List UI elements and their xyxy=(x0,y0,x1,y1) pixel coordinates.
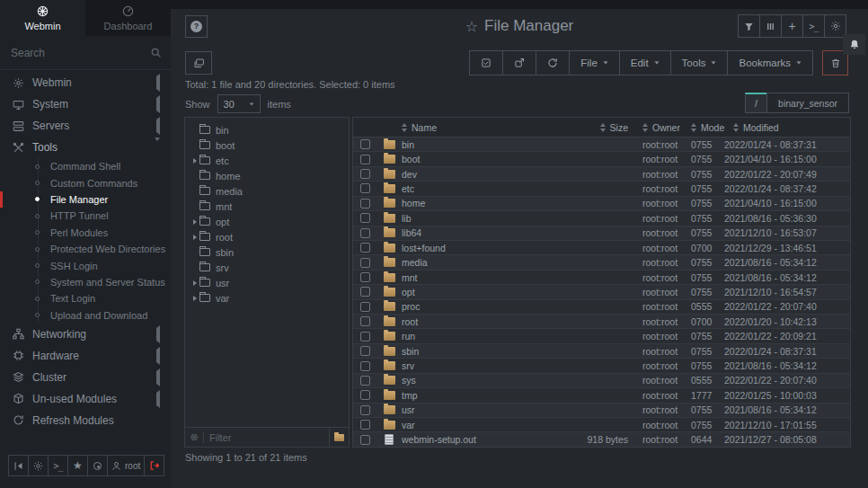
terminal-button[interactable]: >_ xyxy=(48,455,68,476)
row-checkbox[interactable] xyxy=(360,228,370,238)
table-row[interactable]: boot root:root 0755 2021/04/10 - 16:15:0… xyxy=(353,151,850,165)
breadcrumb-root[interactable]: / xyxy=(745,93,767,113)
sidebar-item-cluster[interactable]: Cluster xyxy=(0,367,171,388)
tools-submenu-item[interactable]: SSH Login xyxy=(0,257,171,273)
table-row[interactable]: root root:root 0700 2022/01/20 - 10:42:1… xyxy=(353,314,850,328)
row-checkbox[interactable] xyxy=(360,316,370,326)
table-row[interactable]: lib64 root:root 0755 2021/12/10 - 16:53:… xyxy=(353,226,850,240)
row-checkbox[interactable] xyxy=(360,420,370,430)
menu-bookmarks[interactable]: Bookmarks xyxy=(727,50,813,75)
table-row[interactable]: lib root:root 0755 2021/08/16 - 05:36:30 xyxy=(353,210,850,225)
shell-button[interactable]: >_ xyxy=(802,14,825,38)
tree-item[interactable]: usr xyxy=(185,275,349,290)
table-row[interactable]: mnt root:root 0755 2021/08/16 - 05:34:12 xyxy=(353,270,850,284)
row-checkbox[interactable] xyxy=(360,405,370,415)
row-checkbox[interactable] xyxy=(360,155,370,164)
row-name[interactable]: webmin-setup.out xyxy=(402,434,527,445)
tab-webmin[interactable]: Webmin xyxy=(0,0,85,36)
column-header-size[interactable]: Size xyxy=(527,122,635,133)
tree-filter-input[interactable] xyxy=(204,432,329,443)
row-name[interactable]: media xyxy=(402,257,527,268)
sidebar-item-system[interactable]: System xyxy=(0,93,171,115)
tree-item[interactable]: boot xyxy=(185,138,349,153)
row-checkbox[interactable] xyxy=(360,258,370,268)
menu-tools[interactable]: Tools xyxy=(670,50,729,75)
menu-file[interactable]: File xyxy=(569,50,620,75)
expand-caret-icon[interactable] xyxy=(185,219,199,225)
row-checkbox[interactable] xyxy=(360,169,370,179)
tree-folder-button[interactable] xyxy=(329,428,349,447)
table-row[interactable]: run root:root 0755 2022/01/22 - 20:09:21 xyxy=(353,328,850,342)
row-name[interactable]: lost+found xyxy=(402,243,527,253)
row-checkbox[interactable] xyxy=(360,139,370,149)
search-input[interactable] xyxy=(11,47,150,59)
sidebar-item-unused-modules[interactable]: Un-used Modules xyxy=(0,388,171,410)
row-checkbox[interactable] xyxy=(360,183,370,193)
tree-item[interactable]: media xyxy=(185,183,349,199)
page-size-select[interactable]: 30 xyxy=(217,94,261,113)
row-name[interactable]: opt xyxy=(402,287,527,297)
favorite-star-icon[interactable]: ☆ xyxy=(465,18,478,35)
select-all-button[interactable] xyxy=(469,50,503,75)
row-checkbox[interactable] xyxy=(360,243,370,253)
sidebar-item-refresh-modules[interactable]: Refresh Modules xyxy=(0,410,171,431)
table-row[interactable]: opt root:root 0755 2021/12/10 - 16:54:57 xyxy=(353,284,850,298)
tools-submenu-item[interactable]: System and Server Status xyxy=(0,274,171,290)
tools-submenu-item[interactable]: HTTP Tunnel xyxy=(0,208,171,224)
tree-item[interactable]: var xyxy=(185,290,349,306)
user-button[interactable]: root xyxy=(107,455,145,476)
table-row[interactable]: srv root:root 0755 2021/08/16 - 05:34:12 xyxy=(353,358,850,372)
clear-filter-icon[interactable]: ⊗ xyxy=(185,431,203,443)
tools-submenu-item[interactable]: Perl Modules xyxy=(0,225,171,241)
column-header-modified[interactable]: Modified xyxy=(733,122,850,133)
tools-submenu-item[interactable]: Upload and Download xyxy=(0,307,171,324)
row-name[interactable]: proc xyxy=(402,301,527,312)
row-checkbox[interactable] xyxy=(360,332,370,342)
sidebar-item-networking[interactable]: Networking xyxy=(0,324,171,345)
logout-button[interactable] xyxy=(144,455,164,476)
row-name[interactable]: tmp xyxy=(402,390,527,401)
row-name[interactable]: bin xyxy=(402,139,527,150)
row-name[interactable]: etc xyxy=(402,183,527,194)
tools-submenu-item[interactable]: Command Shell xyxy=(0,158,171,174)
row-name[interactable]: root xyxy=(402,316,527,327)
row-checkbox[interactable] xyxy=(360,302,370,312)
sidebar-item-servers[interactable]: Servers xyxy=(0,115,171,137)
table-row[interactable]: tmp root:root 1777 2022/01/25 - 10:00:03 xyxy=(353,387,850,402)
column-header-mode[interactable]: Mode xyxy=(691,122,733,133)
tab-dashboard[interactable]: Dashboard xyxy=(85,0,171,36)
help-button[interactable]: ? xyxy=(185,15,208,38)
row-checkbox[interactable] xyxy=(360,199,370,209)
table-row[interactable]: lost+found root:root 0700 2021/12/29 - 1… xyxy=(353,240,850,254)
collapse-sidebar-button[interactable] xyxy=(8,455,29,476)
tools-submenu-item[interactable]: Custom Commands xyxy=(0,174,171,191)
row-name[interactable]: lib64 xyxy=(402,227,527,238)
filter-button[interactable] xyxy=(738,14,760,38)
tools-submenu-item[interactable]: Text Login xyxy=(0,290,171,306)
row-checkbox[interactable] xyxy=(360,376,370,386)
menu-edit[interactable]: Edit xyxy=(619,50,671,75)
table-row[interactable]: home root:root 0755 2021/04/10 - 16:15:0… xyxy=(353,196,850,210)
row-checkbox[interactable] xyxy=(360,272,370,282)
row-checkbox[interactable] xyxy=(360,361,370,371)
tree-item[interactable]: srv xyxy=(185,260,349,275)
columns-button[interactable] xyxy=(759,14,782,38)
tree-item[interactable]: sbin xyxy=(185,244,349,260)
tools-submenu-item[interactable]: File Manager xyxy=(0,191,171,208)
sidebar-item-webmin[interactable]: Webmin xyxy=(0,72,171,93)
tree-item[interactable]: home xyxy=(185,168,349,183)
expand-caret-icon[interactable] xyxy=(185,158,199,164)
column-header-owner[interactable]: Owner xyxy=(635,122,691,133)
row-name[interactable]: mnt xyxy=(402,272,527,283)
table-row[interactable]: var root:root 0755 2021/12/10 - 17:01:55 xyxy=(353,417,850,431)
row-checkbox[interactable] xyxy=(360,287,370,297)
row-name[interactable]: sbin xyxy=(402,346,527,357)
tools-submenu-item[interactable]: Protected Web Directories xyxy=(0,241,171,257)
row-name[interactable]: lib xyxy=(402,213,527,224)
table-row[interactable]: etc root:root 0755 2022/01/24 - 08:37:42 xyxy=(353,181,850,195)
table-row[interactable]: media root:root 0755 2021/08/16 - 05:34:… xyxy=(353,254,850,269)
row-checkbox[interactable] xyxy=(360,213,370,223)
row-name[interactable]: home xyxy=(402,198,527,209)
favorites-star-button[interactable]: ★ xyxy=(67,455,88,476)
tree-item[interactable]: opt xyxy=(185,214,349,229)
